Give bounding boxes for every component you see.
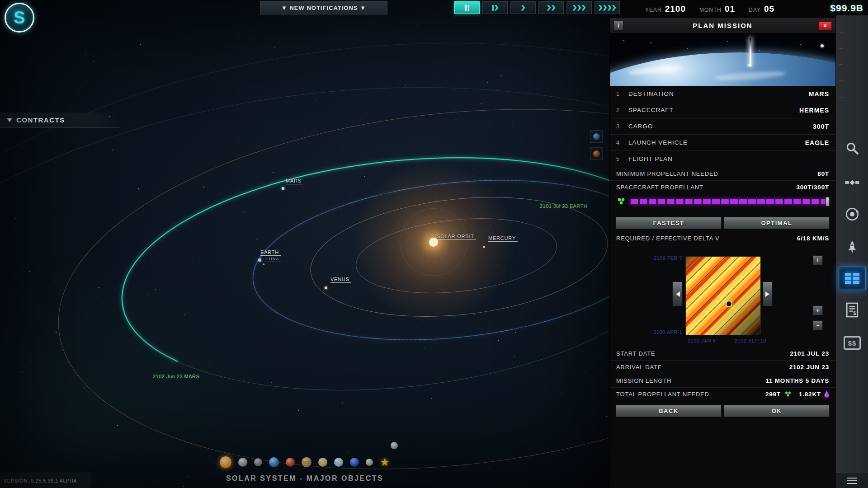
star — [93, 61, 94, 62]
money-overview-button[interactable]: $$ — [842, 333, 862, 353]
porkchop-next-button[interactable] — [763, 282, 773, 306]
arrival-date-annotation: 2102 Jun 23 MARS — [153, 374, 199, 379]
speed-speed-3x-button[interactable] — [566, 1, 592, 14]
speed-step-day-button[interactable] — [482, 1, 508, 14]
satellites-button[interactable] — [842, 173, 862, 192]
star — [271, 382, 272, 383]
star — [99, 287, 99, 288]
propellant-slider[interactable] — [630, 199, 829, 205]
panel-info-button[interactable]: i — [613, 21, 623, 31]
mission-step-row[interactable]: 2SPACECRAFTHERMES — [610, 102, 835, 118]
object-icon-sun[interactable] — [220, 456, 231, 468]
close-button[interactable]: × — [818, 21, 832, 30]
star — [266, 436, 266, 436]
money-balance: $99.9B — [830, 3, 863, 14]
porkchop-ymax-label: 2106 FEB 7 — [637, 255, 682, 261]
rockets-button[interactable] — [842, 237, 862, 257]
star — [30, 361, 31, 361]
mercury-label[interactable]: MERCURY — [488, 235, 518, 242]
company-logo[interactable]: S — [5, 3, 34, 33]
solar-system-map[interactable]: MARS EARTH LUNA VENUS MERCURY SOLAR ORBI… — [0, 0, 609, 488]
new-notifications-button[interactable]: ▼ NEW NOTIFICATIONS ▼ — [260, 1, 387, 14]
star — [461, 62, 462, 62]
earth-label[interactable]: EARTH — [260, 249, 281, 256]
star — [53, 282, 54, 282]
menu-button[interactable] — [836, 473, 868, 488]
mission-step-row[interactable]: 1DESTINATIONMARS — [610, 86, 835, 102]
star — [478, 26, 478, 27]
object-icon-mercury[interactable] — [254, 458, 262, 466]
object-icon-mars[interactable] — [286, 458, 295, 467]
speed-speed-4x-button[interactable] — [594, 1, 620, 14]
fastest-button[interactable]: FASTEST — [616, 217, 722, 229]
star — [37, 11, 37, 11]
chevron-right-icon — [495, 5, 499, 11]
planet-earth[interactable] — [258, 258, 261, 262]
step-value: 300T — [813, 123, 829, 130]
contracts-header[interactable]: CONTRACTS — [0, 113, 120, 128]
row-label: MINIMUM PROPELLANT NEEDED — [616, 170, 817, 177]
moon-luna[interactable] — [263, 263, 264, 265]
optimal-button[interactable]: OPTIMAL — [724, 217, 830, 229]
ok-button[interactable]: OK — [724, 405, 830, 417]
star — [487, 82, 488, 83]
star — [56, 359, 56, 359]
panel-actions: BACK OK — [616, 405, 830, 417]
back-button[interactable]: BACK — [616, 405, 722, 417]
porkchop-info-button[interactable]: i — [813, 255, 823, 265]
star — [512, 126, 513, 126]
object-icon-uranus[interactable] — [334, 458, 343, 467]
object-icon-moon[interactable] — [238, 458, 247, 467]
object-icon-star[interactable]: ★ — [380, 457, 390, 467]
propellant-icon — [784, 391, 792, 398]
venus-label[interactable]: VENUS — [330, 277, 351, 283]
star — [327, 486, 327, 487]
luna-label[interactable]: LUNA — [266, 256, 281, 262]
porkchop-xmax-label: 2102 SEP 10 — [735, 338, 766, 343]
solar-orbit-label[interactable]: SOLAR ORBIT — [437, 234, 476, 240]
orbit-outer-planet-1 — [0, 24, 609, 488]
star — [311, 133, 312, 133]
planet-mars[interactable] — [282, 187, 284, 190]
speed-play-button[interactable] — [510, 1, 536, 14]
speed-speed-2x-button[interactable] — [538, 1, 564, 14]
mission-step-row[interactable]: 4LAUNCH VEHICLEEAGLE — [610, 135, 835, 151]
object-icon-jupiter[interactable] — [302, 457, 311, 467]
orbits-view-button[interactable] — [842, 204, 862, 224]
mission-steps: 1DESTINATIONMARS2SPACECRAFTHERMES3CARGO3… — [610, 86, 835, 167]
plan-mission-panel: i PLAN MISSION × 1DESTINATIONMARS2SPACEC… — [609, 0, 835, 488]
porkchop-prev-button[interactable] — [672, 282, 682, 306]
finance-report-button[interactable]: $ — [842, 300, 862, 320]
porkchop-plot[interactable] — [685, 256, 761, 335]
planet-venus[interactable] — [325, 286, 327, 289]
object-icon-saturn[interactable] — [318, 458, 327, 467]
mission-step-row[interactable]: 5FLIGHT PLAN — [610, 151, 835, 167]
speed-pause-button[interactable] — [454, 1, 480, 14]
mars-label[interactable]: MARS — [286, 178, 303, 184]
porkchop-plot-section: 2106 FEB 7 2100 APR 1 2100 JAN 8 2102 SE… — [610, 245, 835, 347]
star — [364, 176, 365, 177]
star — [334, 44, 335, 44]
row-value: 300T/300T — [797, 184, 830, 191]
zoom-out-button[interactable]: − — [813, 320, 823, 330]
star — [515, 332, 516, 333]
mission-banner-image — [610, 33, 835, 86]
mission-step-row[interactable]: 3CARGO300T — [610, 118, 835, 135]
star — [524, 340, 524, 340]
star — [406, 85, 406, 86]
object-icon-neptune[interactable] — [350, 458, 359, 467]
propellant-slider-handle[interactable] — [826, 197, 830, 206]
toolbar-tick — [839, 48, 843, 49]
mission-planner-button[interactable] — [839, 267, 866, 290]
star — [148, 295, 149, 295]
object-icon-earth[interactable] — [269, 457, 279, 467]
search-tool-button[interactable] — [842, 138, 862, 158]
selected-launch-window-marker[interactable] — [726, 300, 732, 307]
departure-date-annotation: 2101 Jul 23 EARTH — [540, 203, 588, 209]
focus-earth-button[interactable] — [590, 130, 603, 143]
contracts-label: CONTRACTS — [16, 116, 65, 124]
object-icon-pluto[interactable] — [366, 459, 373, 466]
focus-mars-button[interactable] — [590, 147, 603, 160]
zoom-in-button[interactable]: + — [813, 305, 823, 315]
planet-mercury[interactable] — [483, 246, 485, 248]
